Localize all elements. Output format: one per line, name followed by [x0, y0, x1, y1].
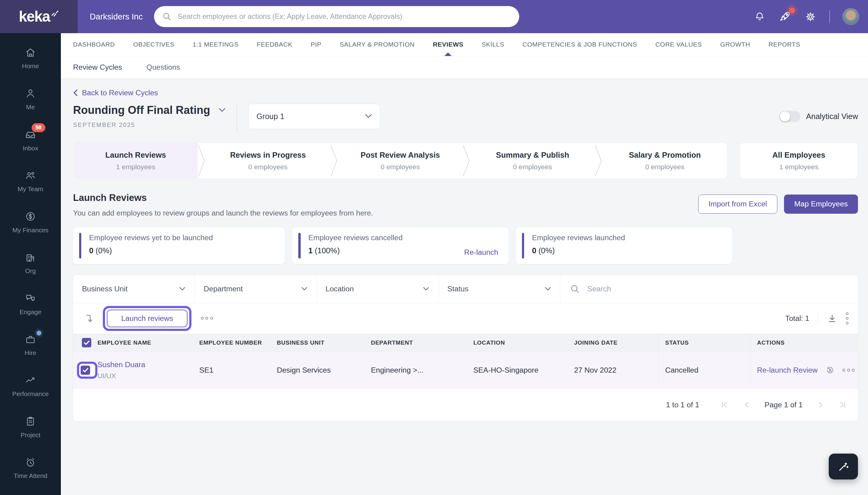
back-to-review-cycles-link[interactable]: Back to Review Cycles [73, 89, 158, 97]
hire-briefcase-icon [24, 334, 36, 345]
sidebar-item-inbox[interactable]: 98 Inbox [0, 120, 61, 161]
col-employee-number[interactable]: EMPLOYEE NUMBER [199, 339, 277, 346]
tab-objectives[interactable]: OBJECTIVES [133, 33, 174, 56]
tab-salary-promotion[interactable]: SALARY & PROMOTION [340, 33, 415, 56]
tab-growth[interactable]: GROWTH [720, 33, 750, 56]
sidebar-item-performance[interactable]: Performance [0, 365, 61, 406]
sidebar-item-home[interactable]: Home [0, 38, 61, 79]
re-launch-review-link[interactable]: Re-launch Review [757, 366, 817, 374]
col-employee-name[interactable]: EMPLOYEE NAME [98, 339, 199, 346]
team-icon [24, 169, 36, 182]
tab-feedback[interactable]: FEEDBACK [257, 33, 293, 56]
sidebar-item-engage[interactable]: Engage [0, 284, 61, 325]
company-name[interactable]: Darksiders Inc [90, 12, 143, 22]
title-chevron-down-icon[interactable] [219, 108, 226, 113]
step-reviews-in-progress[interactable]: Reviews in Progress 0 employees [206, 143, 330, 179]
user-avatar[interactable] [843, 8, 859, 25]
filter-department[interactable]: Department [195, 275, 316, 303]
whats-new-rocket-icon[interactable] [778, 10, 792, 23]
notifications-bell-icon[interactable] [753, 11, 766, 23]
col-actions: ACTIONS [750, 334, 858, 352]
launch-reviews-button[interactable]: Launch reviews [107, 310, 188, 327]
reviews-subnav: Review Cycles Questions [61, 56, 868, 79]
keka-logo-text: keka [19, 9, 50, 24]
next-page-icon[interactable] [816, 400, 825, 409]
prev-page-icon[interactable] [742, 400, 751, 409]
org-building-icon [24, 252, 36, 263]
re-launch-link[interactable]: Re-launch [464, 248, 498, 257]
table-search[interactable] [560, 275, 858, 303]
tab-core-values[interactable]: CORE VALUES [655, 33, 702, 56]
step-summary-publish[interactable]: Summary & Publish 0 employees [470, 143, 595, 179]
alarm-clock-icon [24, 456, 36, 468]
tab-reports[interactable]: REPORTS [768, 33, 800, 56]
dollar-circle-icon [24, 210, 36, 223]
row-more-actions-icon[interactable] [843, 369, 855, 371]
sidebar-item-org[interactable]: Org [0, 243, 61, 284]
sidebar-item-my-finances[interactable]: My Finances [0, 202, 61, 243]
stat-value: 1 [308, 246, 313, 255]
select-all-checkbox[interactable] [82, 338, 91, 347]
step-salary-promotion[interactable]: Salary & Promotion 0 employees [603, 143, 727, 179]
table-search-input[interactable] [586, 284, 848, 294]
col-business-unit[interactable]: BUSINESS UNIT [277, 339, 371, 346]
step-launch-reviews[interactable]: Launch Reviews 1 employees [73, 143, 198, 179]
all-employees-card[interactable]: All Employees 1 employees [740, 142, 858, 179]
col-status[interactable]: STATUS [658, 334, 750, 352]
global-search[interactable] [154, 6, 519, 27]
tab-dashboard[interactable]: DASHBOARD [73, 33, 115, 56]
toolbar-divider [818, 312, 818, 325]
last-page-icon[interactable] [838, 400, 847, 409]
step-post-review-analysis[interactable]: Post Review Analysis 0 employees [338, 143, 462, 179]
pagination-bar: 1 to 1 of 1 Page 1 of 1 [73, 389, 858, 421]
more-actions-icon[interactable] [201, 317, 213, 320]
topbar-divider [829, 10, 830, 23]
employee-status: Cancelled [658, 352, 750, 389]
logo-spark-icon [51, 9, 58, 16]
pagination-page: Page 1 of 1 [765, 400, 803, 409]
tab-reviews[interactable]: REVIEWS [433, 33, 463, 56]
subnav-review-cycles[interactable]: Review Cycles [73, 63, 122, 71]
tab-11-meetings[interactable]: 1:1 MEETINGS [193, 33, 239, 56]
filter-status[interactable]: Status [438, 275, 560, 303]
sidebar-item-hire[interactable]: Hire [0, 325, 61, 365]
filter-location[interactable]: Location [316, 275, 438, 303]
filter-business-unit[interactable]: Business Unit [73, 275, 195, 303]
magic-assistant-fab[interactable] [829, 454, 858, 479]
stat-accent-bar [79, 233, 81, 258]
employees-table-card: Business Unit Department Location S [73, 275, 858, 421]
analytical-view-toggle[interactable] [779, 111, 800, 122]
employee-name-link[interactable]: Sushen Duara [98, 360, 199, 369]
tab-pip[interactable]: PIP [311, 33, 322, 56]
stat-card-launched: Employee reviews launched 0 (0%) [516, 227, 732, 264]
col-location[interactable]: LOCATION [473, 339, 574, 346]
global-search-input[interactable] [176, 12, 511, 21]
table-row: Sushen Duara UI/UX SE1 Design Services E… [73, 352, 858, 389]
group-select[interactable]: Group 1 [248, 104, 380, 130]
import-from-excel-button[interactable]: Import from Excel [698, 194, 777, 214]
toggle-knob [780, 112, 790, 121]
row-checkbox[interactable] [81, 365, 90, 375]
sidebar-item-me[interactable]: Me [0, 79, 61, 120]
col-department[interactable]: DEPARTMENT [371, 339, 473, 346]
download-icon[interactable] [827, 313, 837, 324]
kebab-menu-icon[interactable] [846, 312, 849, 325]
employee-role: UI/UX [98, 372, 199, 380]
tab-skills[interactable]: SKILLS [482, 33, 504, 56]
sidebar-item-project[interactable]: Project [0, 406, 61, 447]
first-page-icon[interactable] [720, 400, 729, 409]
sidebar-item-time-attend[interactable]: Time Attend [0, 447, 61, 489]
map-employees-button[interactable]: Map Employees [784, 194, 858, 214]
review-history-icon[interactable] [825, 365, 835, 376]
rocket-alert-dot [789, 7, 795, 13]
keka-logo[interactable]: keka [0, 0, 77, 33]
sidebar-item-my-team[interactable]: My Team [0, 160, 61, 202]
move-down-icon[interactable] [83, 312, 95, 325]
col-joining-date[interactable]: JOINING DATE [574, 339, 658, 346]
group-chevron-down-icon [365, 114, 372, 119]
home-icon [24, 47, 36, 59]
stat-card-cancelled: Employee reviews cancelled 1 (100%) Re-l… [292, 227, 508, 264]
settings-gear-icon[interactable] [804, 11, 817, 23]
tab-competencies[interactable]: COMPETENCIES & JOB FUNCTIONS [523, 33, 637, 56]
subnav-questions[interactable]: Questions [146, 63, 180, 71]
